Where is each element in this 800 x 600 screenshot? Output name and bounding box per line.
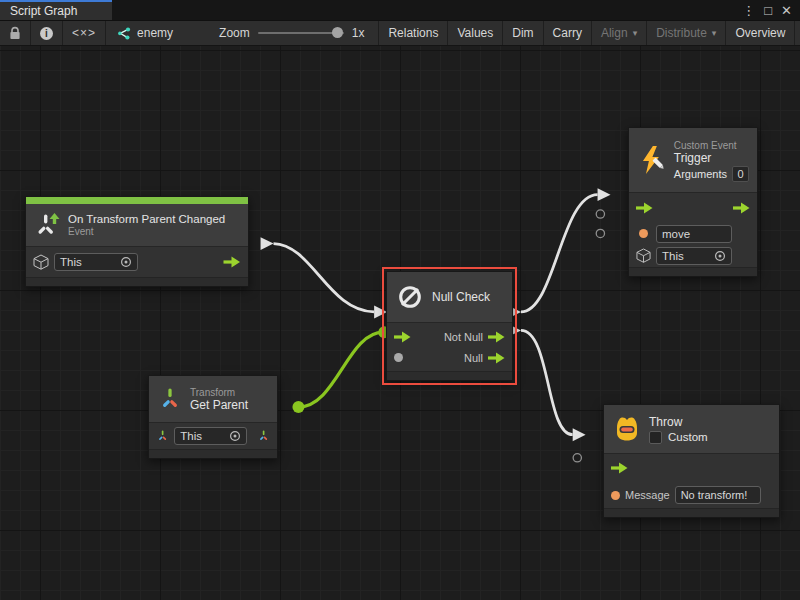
custom-checkbox[interactable] bbox=[649, 431, 662, 444]
message-label: Message bbox=[625, 489, 670, 501]
overview-button[interactable]: Overview bbox=[726, 21, 794, 45]
flow-output-port[interactable] bbox=[488, 352, 505, 364]
node-footer bbox=[604, 508, 779, 517]
lock-button[interactable] bbox=[0, 21, 30, 45]
node-title: Get Parent bbox=[190, 398, 248, 412]
wire-event-to-nullcheck[interactable] bbox=[274, 244, 375, 312]
target-picker-icon[interactable] bbox=[714, 250, 726, 262]
input-port-circle[interactable] bbox=[596, 229, 604, 237]
graph-toolbar: i <×> enemy Zoom 1x Relations Values bbox=[0, 20, 800, 46]
wire-notnull-to-trigger[interactable] bbox=[521, 195, 598, 312]
node-on-transform-parent-changed[interactable]: On Transform Parent Changed Event This bbox=[25, 196, 249, 287]
title-bar: Script Graph ⋮ □ ✕ bbox=[0, 0, 800, 20]
wire-null-to-throw[interactable] bbox=[521, 330, 573, 434]
value-input-port[interactable] bbox=[611, 491, 620, 500]
align-dropdown[interactable]: Align ▾ bbox=[592, 21, 646, 45]
distribute-label: Distribute bbox=[656, 26, 707, 40]
breadcrumb-label: enemy bbox=[137, 26, 173, 40]
zoom-value: 1x bbox=[352, 26, 365, 40]
window-controls: ⋮ □ ✕ bbox=[742, 0, 800, 20]
arguments-count-field[interactable]: 0 bbox=[732, 166, 749, 182]
wire-arrowhead bbox=[573, 428, 586, 441]
target-field[interactable]: This bbox=[174, 427, 247, 445]
wire-arrowhead bbox=[598, 188, 611, 201]
code-icon: <×> bbox=[72, 26, 96, 40]
carry-toggle[interactable]: Carry bbox=[544, 21, 591, 45]
maximize-icon[interactable]: □ bbox=[764, 4, 772, 17]
null-check-icon bbox=[395, 282, 425, 312]
lock-icon bbox=[9, 26, 21, 41]
script-graph-window: Script Graph ⋮ □ ✕ i <×> bbox=[0, 0, 800, 600]
node-subtitle: Event bbox=[68, 226, 225, 237]
transform-event-icon bbox=[34, 212, 61, 239]
zoom-slider-knob[interactable] bbox=[332, 27, 343, 38]
target-picker-icon[interactable] bbox=[229, 430, 241, 442]
gameobject-cube-icon bbox=[636, 248, 651, 264]
distribute-dropdown[interactable]: Distribute ▾ bbox=[647, 21, 725, 45]
arguments-label: Arguments bbox=[674, 168, 727, 180]
custom-checkbox-label: Custom bbox=[668, 431, 708, 443]
graph-canvas[interactable]: On Transform Parent Changed Event This bbox=[0, 46, 800, 600]
node-title: Null Check bbox=[432, 290, 490, 304]
node-title: Trigger bbox=[674, 151, 749, 165]
flow-output-port[interactable] bbox=[223, 256, 241, 268]
event-name-value: move bbox=[662, 228, 690, 240]
flow-input-port[interactable] bbox=[611, 462, 628, 474]
value-input-port[interactable] bbox=[394, 353, 403, 362]
tab-script-graph[interactable]: Script Graph bbox=[0, 0, 112, 20]
flow-input-port[interactable] bbox=[636, 202, 653, 214]
transform-icon bbox=[157, 386, 183, 412]
close-icon[interactable]: ✕ bbox=[781, 4, 792, 17]
chevron-down-icon: ▾ bbox=[712, 28, 717, 38]
node-category: Custom Event bbox=[674, 140, 749, 151]
menu-icon[interactable]: ⋮ bbox=[742, 4, 755, 17]
throw-exception-icon bbox=[612, 414, 642, 444]
node-null-check[interactable]: Null Check Not Null Null bbox=[386, 271, 513, 381]
target-field[interactable]: This bbox=[656, 247, 732, 265]
node-title: On Transform Parent Changed bbox=[68, 213, 225, 225]
zoom-control: Zoom 1x bbox=[209, 26, 374, 40]
fullscreen-button[interactable]: Full Screen bbox=[795, 21, 800, 45]
flow-output-port[interactable] bbox=[488, 331, 505, 343]
node-footer bbox=[26, 277, 248, 286]
port-label-null: Null bbox=[464, 352, 483, 364]
transform-output-port[interactable] bbox=[257, 429, 270, 443]
target-picker-icon[interactable] bbox=[120, 256, 132, 268]
value-input-port[interactable] bbox=[639, 229, 648, 238]
node-footer bbox=[149, 449, 277, 458]
wire-getparent-to-nullcheck[interactable] bbox=[298, 332, 383, 407]
node-footer bbox=[387, 371, 512, 380]
event-name-field[interactable]: move bbox=[656, 225, 732, 243]
target-field[interactable]: This bbox=[54, 253, 138, 271]
dim-toggle[interactable]: Dim bbox=[503, 21, 542, 45]
breadcrumb[interactable]: enemy bbox=[106, 26, 183, 40]
align-label: Align bbox=[601, 26, 628, 40]
node-footer bbox=[629, 267, 757, 276]
flow-output-port[interactable] bbox=[733, 202, 750, 214]
node-get-parent[interactable]: Transform Get Parent This bbox=[148, 375, 278, 459]
transform-input-port[interactable] bbox=[156, 429, 169, 443]
zoom-label: Zoom bbox=[219, 26, 250, 40]
wire-endpoint-dot bbox=[292, 401, 304, 413]
relations-toggle[interactable]: Relations bbox=[379, 21, 447, 45]
target-value: This bbox=[662, 250, 684, 262]
input-port-circle[interactable] bbox=[596, 210, 604, 218]
message-value: No transform! bbox=[681, 489, 748, 501]
zoom-slider[interactable] bbox=[258, 32, 344, 34]
code-preview-button[interactable]: <×> bbox=[63, 21, 105, 45]
message-field[interactable]: No transform! bbox=[675, 486, 761, 504]
node-throw[interactable]: Throw Custom Message No bbox=[603, 404, 780, 518]
node-trigger-custom-event[interactable]: Custom Event Trigger Arguments 0 bbox=[628, 127, 758, 277]
graph-icon bbox=[116, 27, 131, 40]
port-label-not-null: Not Null bbox=[444, 331, 483, 343]
inspect-button[interactable]: i bbox=[31, 21, 62, 45]
flow-input-port[interactable] bbox=[394, 331, 411, 343]
target-value: This bbox=[60, 256, 82, 268]
custom-event-icon bbox=[637, 145, 667, 175]
target-value: This bbox=[180, 430, 202, 442]
wire-arrowhead bbox=[261, 237, 274, 250]
info-icon: i bbox=[40, 27, 53, 40]
input-port-circle[interactable] bbox=[573, 454, 581, 462]
values-toggle[interactable]: Values bbox=[448, 21, 502, 45]
gameobject-cube-icon bbox=[33, 254, 49, 271]
